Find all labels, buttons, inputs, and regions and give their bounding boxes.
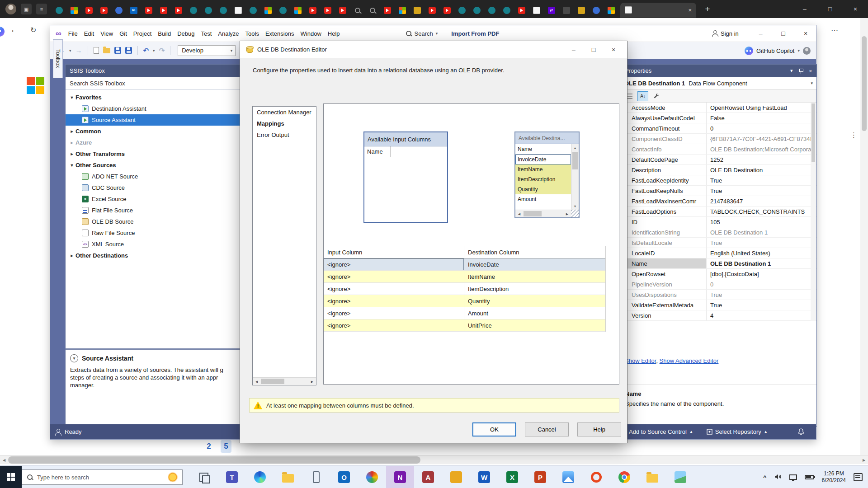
outlook-taskbar-button[interactable]: O [330, 466, 358, 488]
battery-icon[interactable] [805, 475, 814, 479]
save-all-icon[interactable] [125, 47, 132, 54]
browser-tab[interactable] [559, 3, 574, 17]
property-value[interactable]: False [707, 113, 816, 123]
solution-configuration-combo[interactable]: Develop ▾ [178, 45, 236, 56]
mapping-input-cell[interactable]: <ignore> [324, 307, 464, 319]
property-row[interactable]: FastLoadKeepNullsTrue [621, 186, 816, 196]
toolbox-item[interactable]: Excel Source [66, 193, 255, 205]
toolbox-group[interactable]: ▸Azure [66, 137, 255, 148]
browser-tab[interactable] [604, 3, 618, 17]
menu-debug[interactable]: Debug [174, 30, 198, 37]
input-columns-name-header[interactable]: Name [364, 146, 391, 157]
mapping-row[interactable]: <ignore>ItemDescription [324, 283, 605, 295]
destination-column-row[interactable]: Amount [515, 194, 571, 204]
scroll-right-icon[interactable]: ▶ [563, 210, 571, 218]
speaker-icon[interactable] [774, 474, 782, 481]
vs-maximize-button[interactable]: □ [773, 25, 793, 42]
display-icon[interactable] [789, 474, 797, 480]
taskbar-search-box[interactable]: Type here to search [22, 469, 183, 485]
menu-view[interactable]: View [97, 30, 116, 37]
photos-taskbar-button[interactable] [554, 466, 582, 488]
property-row[interactable]: CommandTimeout0 [621, 123, 816, 134]
onenote-taskbar-button[interactable]: N [386, 466, 414, 488]
mapping-input-cell[interactable]: <ignore> [324, 283, 464, 295]
sign-in-button[interactable]: Sign in [712, 30, 739, 37]
mapping-input-cell[interactable]: <ignore> [324, 319, 464, 331]
action-center-icon[interactable] [854, 473, 863, 481]
browser-tab[interactable] [260, 3, 275, 17]
browser-tab[interactable] [365, 3, 380, 17]
menu-window[interactable]: Window [297, 30, 325, 37]
scroll-up-icon[interactable]: ▲ [571, 144, 579, 151]
pinwheel-taskbar-button[interactable] [358, 466, 386, 488]
browser-tab[interactable] [81, 3, 96, 17]
property-pages-icon[interactable] [651, 91, 661, 101]
mapping-input-cell[interactable]: <ignore> [324, 271, 464, 282]
copilot-status[interactable]: GitHub Copilot ▾ [745, 42, 811, 59]
dialog-page-item[interactable]: Mappings [253, 118, 316, 129]
mapping-destination-cell[interactable]: InvoiceDate [464, 258, 605, 270]
property-row[interactable]: LocaleIDEnglish (United States) [621, 248, 816, 258]
toolbox-item[interactable]: Destination Assistant [66, 103, 255, 114]
show-advanced-editor-link[interactable]: Show Advanced Editor [660, 357, 719, 364]
active-browser-tab[interactable]: × [620, 3, 696, 18]
hidden-icons-chevron[interactable]: ^ [763, 474, 767, 481]
property-row[interactable]: OpenRowset[dbo].[CostcoData] [621, 269, 816, 279]
browser-maximize-button[interactable]: □ [817, 0, 843, 18]
property-row[interactable]: NameOLE DB Destination 1 [621, 258, 816, 269]
powerpoint-taskbar-button[interactable]: P [526, 466, 554, 488]
browser-tab[interactable] [66, 3, 81, 17]
taskbar-clock[interactable]: 1:26 PM 6/20/2024 [822, 470, 846, 484]
browser-tab[interactable] [439, 3, 454, 17]
mapping-destination-cell[interactable]: UnitPrice [464, 319, 605, 331]
scroll-down-icon[interactable]: ▼ [571, 202, 579, 210]
browser-tab[interactable] [454, 3, 469, 17]
browser-tab[interactable] [245, 3, 260, 17]
property-row[interactable]: ValidateExternalMetadaTrue [621, 300, 816, 310]
property-value[interactable]: [dbo].[CostcoData] [707, 269, 816, 279]
dialog-close-button[interactable]: × [604, 41, 623, 58]
mapping-input-cell[interactable]: <ignore> [324, 295, 464, 307]
scrollbar-thumb[interactable] [8, 456, 420, 464]
component-selector[interactable]: OLE DB Destination 1 Data Flow Component… [621, 77, 816, 90]
chevron-down-icon[interactable]: ▾ [69, 48, 71, 53]
browser-tab[interactable] [216, 3, 231, 17]
property-value[interactable]: OLE DB Destination;Microsoft Corpora [707, 144, 816, 154]
notifications-bell-icon[interactable] [798, 428, 804, 436]
browser-overflow-icon[interactable]: ⋯ [831, 26, 838, 35]
browser-tab[interactable] [201, 3, 216, 17]
browser-tab[interactable] [231, 3, 245, 17]
ssis-toolbox-header[interactable]: SSIS Toolbox [66, 65, 255, 77]
property-row[interactable]: FastLoadKeepIdentityTrue [621, 175, 816, 186]
page-badge[interactable]: 2 [203, 440, 214, 453]
destination-column-row[interactable]: ItemDescription [515, 174, 571, 184]
property-value[interactable]: OpenRowset Using FastLoad [707, 103, 816, 113]
tab-close-icon[interactable]: × [688, 7, 692, 14]
browser-tab[interactable] [395, 3, 410, 17]
menu-file[interactable]: File [65, 30, 81, 37]
toolbox-item[interactable]: Flat File Source [66, 205, 255, 216]
scroll-left-icon[interactable]: ◀ [253, 378, 260, 385]
toolbox-item[interactable]: ADO NET Source [66, 171, 255, 182]
toolbox-item[interactable]: CDC Source [66, 182, 255, 193]
browser-minimize-button[interactable]: – [792, 0, 817, 18]
property-value[interactable]: 105 [707, 217, 816, 227]
browser-tab[interactable] [514, 3, 529, 17]
browser-copilot-icon[interactable] [0, 27, 5, 37]
scroll-left-icon[interactable]: ◀ [0, 455, 8, 465]
folder-taskbar-button[interactable] [638, 466, 666, 488]
excel-taskbar-button[interactable]: X [498, 466, 526, 488]
property-value[interactable]: OLE DB Destination 1 [707, 227, 816, 237]
word-taskbar-button[interactable]: W [470, 466, 498, 488]
property-row[interactable]: Version4 [621, 310, 816, 321]
mapping-row[interactable]: <ignore>Amount [324, 307, 605, 319]
access-taskbar-button[interactable]: A [414, 466, 442, 488]
dialog-maximize-button[interactable]: □ [584, 41, 604, 58]
browser-tab[interactable] [320, 3, 335, 17]
toolbox-group[interactable]: ▾Favorites [66, 92, 255, 103]
property-row[interactable]: IdentificationStringOLE DB Destination 1 [621, 227, 816, 238]
browser-close-button[interactable]: × [843, 0, 868, 18]
property-value[interactable]: True [707, 186, 816, 196]
dialog-minimize-button[interactable]: – [564, 41, 584, 58]
property-value[interactable]: OLE DB Destination 1 [707, 258, 816, 268]
